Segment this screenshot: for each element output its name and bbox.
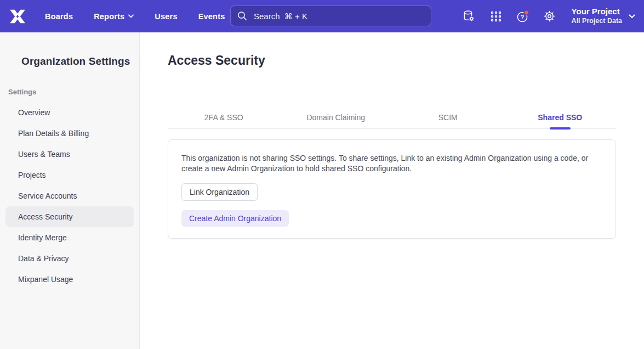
sidebar-item-access-security[interactable]: Access Security [5,206,134,227]
access-security-tabs: 2FA & SSO Domain Claiming SCIM Shared SS… [168,112,616,129]
tab-scim[interactable]: SCIM [392,112,504,128]
sidebar-item-plan-details-billing[interactable]: Plan Details & Billing [5,123,134,144]
nav-item-events[interactable]: Events [198,12,225,21]
active-tab-indicator [550,127,571,130]
notification-dot [524,10,529,15]
sidebar-title: Organization Settings [21,55,130,67]
project-name: Your Project [572,7,622,17]
settings-gear-icon[interactable] [543,9,557,24]
mixpanel-logo[interactable] [9,9,26,24]
global-search[interactable] [230,5,431,26]
create-admin-organization-button[interactable]: Create Admin Organization [181,210,289,227]
shared-sso-description: This organization is not sharing SSO set… [181,153,598,174]
help-icon[interactable]: ? [516,9,530,24]
top-navigation-bar: Boards Reports Users Events [0,0,644,32]
svg-text:?: ? [520,14,524,20]
sidebar-section-label: Settings [8,88,36,96]
nav-item-reports[interactable]: Reports [94,12,134,21]
page-title: Access Security [168,53,265,68]
sidebar-item-mixpanel-usage[interactable]: Mixpanel Usage [5,269,134,290]
shared-sso-card: This organization is not sharing SSO set… [168,139,616,239]
nav-item-label: Users [155,12,177,21]
mixpanel-logo-icon [9,9,26,24]
tab-domain-claiming[interactable]: Domain Claiming [280,112,392,128]
project-switcher[interactable]: Your Project All Project Data [572,7,635,25]
nav-item-boards[interactable]: Boards [45,12,73,21]
project-switcher-text: Your Project All Project Data [572,7,622,25]
chevron-down-icon [629,14,635,19]
data-management-icon[interactable] [462,9,476,24]
sidebar-nav-list: Overview Plan Details & Billing Users & … [0,102,139,290]
sidebar-item-overview[interactable]: Overview [5,102,134,123]
nav-item-label: Events [198,12,225,21]
tab-label: Shared SSO [538,113,582,122]
tab-label: 2FA & SSO [204,113,243,122]
sidebar-item-service-accounts[interactable]: Service Accounts [5,185,134,206]
sidebar-item-projects[interactable]: Projects [5,165,134,185]
card-actions: Link Organization Create Admin Organizat… [181,183,602,227]
nav-item-users[interactable]: Users [155,12,177,21]
sidebar-item-identity-merge[interactable]: Identity Merge [5,227,134,248]
primary-nav-links: Boards Reports Users Events [45,0,225,32]
chevron-down-icon [128,14,134,18]
apps-grid-icon[interactable] [489,9,503,24]
nav-item-label: Reports [94,12,124,21]
tab-2fa-sso[interactable]: 2FA & SSO [168,112,280,128]
nav-item-label: Boards [45,12,73,21]
main-content: Access Security 2FA & SSO Domain Claimin… [140,32,644,349]
search-input[interactable] [253,11,424,21]
sidebar-item-users-teams[interactable]: Users & Teams [5,144,134,165]
link-organization-button[interactable]: Link Organization [181,183,258,201]
sidebar-item-data-privacy[interactable]: Data & Privacy [5,248,134,269]
nav-right-cluster: ? Your Project All Project Data [462,0,635,32]
settings-sidebar: Organization Settings Settings Overview … [0,32,140,349]
search-icon [237,11,247,21]
tab-label: SCIM [438,113,458,122]
project-scope: All Project Data [572,17,622,26]
tab-shared-sso[interactable]: Shared SSO [504,112,617,128]
tab-label: Domain Claiming [306,113,365,122]
